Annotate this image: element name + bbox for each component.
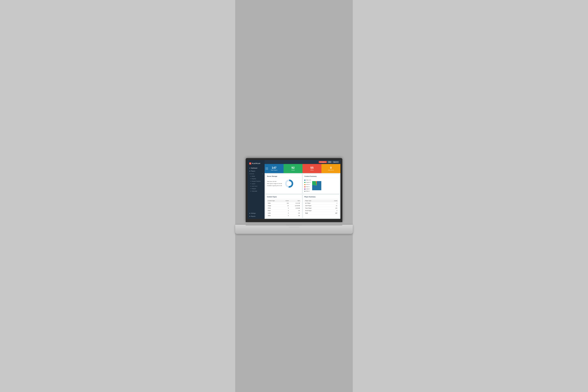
stat-alarm: 0 Alarm/Error	[322, 164, 340, 173]
media-dot	[250, 176, 251, 176]
content-summary-layout: Video 104 Image 24 HTML 5	[304, 179, 338, 192]
offline-number: 55	[310, 166, 314, 169]
player-row: SISP Player21	[304, 204, 338, 207]
user-button[interactable]: Sign in ▾	[332, 161, 339, 163]
player-row: Tizen Player125	[304, 207, 338, 210]
dashboard-label: Dashboard	[251, 168, 257, 169]
sidebar-item-reports[interactable]: Reports	[248, 215, 264, 218]
sidebar-item-videowall[interactable]: VideoWall	[248, 190, 264, 192]
reports-dot	[250, 216, 250, 217]
autoform-label: Auto Form	[252, 186, 257, 187]
sidebar-item-autoform[interactable]: Auto Form	[248, 185, 264, 188]
total-players-label: Total Players	[271, 170, 278, 171]
sidebar-item-players[interactable]: Players	[248, 170, 264, 172]
flash-legend-text: Flash 0	[306, 186, 310, 188]
info-button[interactable]: Info	[328, 161, 332, 163]
emergency-button[interactable]: Emergency	[319, 161, 327, 163]
image-legend-text: Image 24	[306, 181, 310, 184]
content-type-row: Video1042.21 GB	[267, 202, 301, 204]
html-legend-text: HTML 5	[306, 184, 310, 186]
sidebar-contents-section[interactable]: Contents ▾	[248, 172, 264, 175]
player-summary-table: Player Type Count QC Player1SISP Player2…	[304, 200, 338, 214]
dashboard-dot	[250, 168, 250, 168]
col-player-type: Player Type	[304, 200, 326, 202]
media-label: Media	[252, 176, 255, 177]
players-dot	[250, 171, 250, 172]
playlists-dot	[250, 178, 251, 179]
alarm-number: 0	[330, 166, 332, 169]
content-legend: Video 104 Image 24 HTML 5	[304, 179, 311, 192]
content-types-table: Content Type Count Size Video1042.21 GBI…	[267, 200, 301, 217]
player-summary-title: Player Summary	[304, 196, 338, 198]
contents-label: Contents	[250, 173, 254, 174]
videowall-label: VideoWall	[252, 190, 257, 192]
player-row: Droid Player0	[304, 210, 338, 212]
settings-dot	[250, 213, 250, 214]
content-types-card: Content Types Content Type Count Size	[266, 195, 302, 218]
settings-label: Settings	[251, 212, 256, 214]
legend-image: Image 24	[304, 181, 311, 184]
image-dot	[304, 182, 305, 183]
widgets-dot	[250, 188, 251, 189]
video-legend-text: Video 104	[306, 179, 311, 181]
reports-label: Reports	[251, 216, 256, 217]
merged-dot	[250, 181, 251, 182]
pie-chart	[312, 181, 321, 190]
legend-html: HTML 5	[304, 184, 311, 186]
online-label: Online	[291, 170, 295, 171]
sidebar-item-widgets[interactable]: Widgets	[248, 188, 264, 190]
player-total-row: Total147	[304, 212, 338, 214]
col-size: Size	[290, 200, 301, 202]
videowall-dot	[250, 191, 251, 192]
legend-audio: Audio 0	[304, 188, 311, 190]
legend-flash: Flash 0	[304, 186, 311, 188]
disk-usage: Disk Space Usage 67.09 GB	[267, 182, 282, 185]
svg-point-2	[288, 182, 291, 185]
logo-icon	[249, 162, 251, 164]
legend-other: Other 0	[304, 190, 311, 192]
sidebar-item-playlists[interactable]: Playlists	[248, 178, 264, 180]
content-summary-title: Content Summary	[304, 176, 338, 178]
stat-offline: 55 Offline	[302, 164, 322, 173]
widgets-label: Widgets	[252, 188, 256, 189]
audio-legend-text: Audio 0	[306, 188, 310, 190]
sidebar-item-media[interactable]: Media	[248, 175, 264, 178]
logo-text: PLATPLAY	[252, 163, 260, 164]
flash-dot	[304, 186, 305, 188]
main-content: Emergency Info Sign in ▾	[264, 160, 340, 219]
player-row: QC Player1	[304, 202, 338, 204]
storage-chart-area: Total Size 128 GB Disk Space Usage 67.09…	[267, 179, 301, 188]
logo-area: PLATPLAY	[248, 161, 264, 166]
autoform-dot	[250, 186, 251, 186]
playlists-label: Playlists	[252, 178, 256, 180]
stats-row: 147 Total Players 92 Online 55 Offline	[264, 164, 340, 173]
sidebar-item-settings[interactable]: Settings	[248, 212, 264, 215]
col-player-count: Count	[326, 200, 338, 202]
video-dot	[304, 180, 305, 181]
content-type-row: Flash00 B	[267, 210, 301, 212]
sidebar-item-dashboard[interactable]: Dashboard	[248, 166, 264, 170]
audio-dot	[304, 188, 305, 190]
content-summary-card: Content Summary Video 104	[303, 174, 339, 194]
layout-dot	[250, 184, 251, 184]
content-type-row: Image2412.58 MB	[267, 204, 301, 207]
contents-chevron: ▾	[262, 173, 263, 174]
donut-chart	[284, 179, 294, 188]
other-legend-text: Other 0	[306, 190, 310, 192]
html-dot	[304, 184, 305, 185]
total-players-number: 147	[272, 166, 276, 169]
other-dot	[304, 191, 305, 192]
sidebar-item-layout[interactable]: Layout	[248, 182, 264, 185]
available-capacity: Available Capacity 60.91 GB	[267, 185, 282, 187]
legend-video: Video 104	[304, 179, 311, 181]
players-label: Players	[251, 170, 255, 172]
online-number: 92	[292, 166, 294, 169]
top-header: Emergency Info Sign in ▾	[264, 160, 340, 164]
col-content-type: Content Type	[267, 200, 282, 202]
content-type-row: Audio00 B	[267, 212, 301, 214]
sidebar-item-merged-playlists[interactable]: Merged Playlists	[248, 180, 264, 182]
storage-info: Total Size 128 GB Disk Space Usage 67.09…	[267, 180, 282, 187]
server-storage-card: Server Storage Total Size 128 GB Disk Sp…	[266, 174, 302, 194]
layout-label: Layout	[252, 183, 255, 184]
offline-label: Offline	[310, 170, 314, 171]
